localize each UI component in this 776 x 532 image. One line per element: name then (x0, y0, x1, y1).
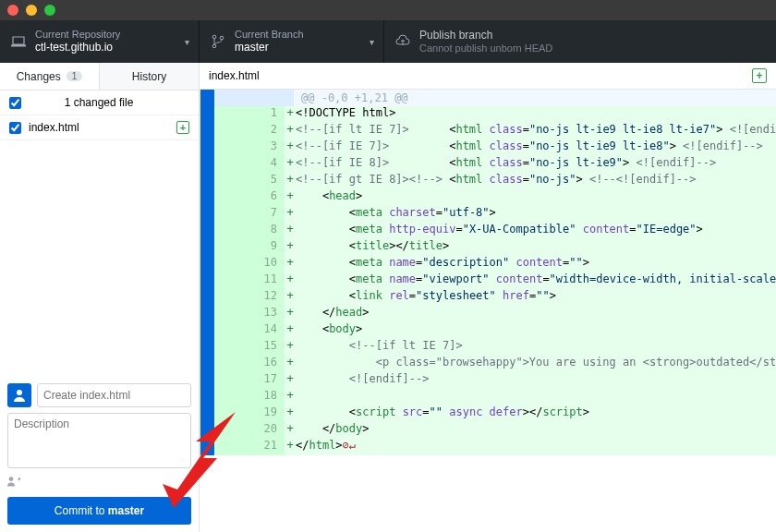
expand-diff-button[interactable]: + (752, 68, 767, 83)
diff-hunk-header: @@ -0,0 +1,21 @@ (214, 90, 776, 106)
tab-history-label: History (132, 70, 166, 83)
diff-line[interactable]: 15+ <!--[if lt IE 7]> (214, 339, 776, 356)
diff-line[interactable]: 3+<!--[if IE 7]> <html class="no-js lt-i… (214, 139, 776, 156)
chevron-down-icon: ▾ (185, 37, 189, 47)
cloud-upload-icon (395, 34, 410, 49)
commit-button-branch: master (108, 504, 144, 517)
publish-label: Publish branch (419, 29, 552, 42)
diff-line[interactable]: 9+ <title></title> (214, 239, 776, 256)
repository-switcher[interactable]: Current Repository ctl-test.github.io ▾ (0, 20, 200, 63)
diff-line[interactable]: 16+ <p class="browsehappy">You are using… (214, 356, 776, 372)
commit-summary-input[interactable] (37, 383, 191, 407)
window-titlebar (0, 0, 776, 20)
git-branch-icon (211, 34, 225, 49)
commit-button[interactable]: Commit to master (7, 497, 191, 525)
svg-point-2 (220, 36, 224, 40)
select-all-checkbox[interactable] (9, 97, 21, 109)
branch-label: Current Branch (235, 29, 304, 42)
changed-file-row[interactable]: index.html + (0, 115, 199, 140)
changes-count-badge: 1 (67, 71, 83, 81)
app-header: Current Repository ctl-test.github.io ▾ … (0, 20, 776, 63)
svg-point-3 (17, 390, 22, 395)
diff-line[interactable]: 6+ <head> (214, 189, 776, 206)
diff-line[interactable]: 5+<!--[if gt IE 8]><!--> <html class="no… (214, 173, 776, 189)
chevron-down-icon: ▾ (370, 37, 374, 47)
sidebar: Changes 1 History 1 changed file index.h… (0, 63, 200, 532)
svg-point-4 (9, 477, 14, 481)
diff-line[interactable]: 17+ <![endif]--> (214, 372, 776, 389)
diff-line[interactable]: 4+<!--[if IE 8]> <html class="no-js lt-i… (214, 156, 776, 173)
commit-button-prefix: Commit to (55, 504, 108, 517)
publish-branch-button[interactable]: Publish branch Cannot publish unborn HEA… (384, 20, 776, 63)
diff-line[interactable]: 11+ <meta name="viewport" content="width… (214, 272, 776, 289)
diff-line[interactable]: 14+ <body> (214, 322, 776, 339)
diff-line[interactable]: 21+</html>⊘↵ (214, 439, 776, 455)
tab-changes[interactable]: Changes 1 (0, 63, 99, 90)
diff-line[interactable]: 12+ <link rel="stylesheet" href=""> (214, 289, 776, 306)
laptop-icon (11, 34, 26, 49)
diff-scrollbar[interactable] (200, 90, 214, 455)
branch-name: master (235, 41, 304, 54)
diff-line[interactable]: 8+ <meta http-equiv="X-UA-Compatible" co… (214, 223, 776, 239)
diff-view[interactable]: @@ -0,0 +1,21 @@ 1+<!DOCTYPE html>2+<!--… (200, 90, 776, 532)
branch-switcher[interactable]: Current Branch master ▾ (200, 20, 384, 63)
tab-changes-label: Changes (17, 70, 61, 83)
repo-name: ctl-test.github.io (35, 41, 120, 54)
svg-point-0 (212, 35, 216, 39)
changed-files-header: 1 changed file (0, 91, 199, 115)
tab-history[interactable]: History (99, 63, 199, 90)
publish-sub: Cannot publish unborn HEAD (419, 42, 552, 55)
diff-line[interactable]: 2+<!--[if lt IE 7]> <html class="no-js l… (214, 123, 776, 139)
add-coauthor-button[interactable] (7, 474, 191, 491)
avatar (7, 383, 31, 407)
diff-panel: index.html + @@ -0,0 +1,21 @@ 1+<!DOCTYP… (200, 63, 776, 532)
maximize-window-button[interactable] (44, 5, 55, 16)
file-name: index.html (29, 121, 79, 134)
diff-line[interactable]: 1+<!DOCTYPE html> (214, 106, 776, 123)
diff-line[interactable]: 19+ <script src="" async defer></script> (214, 405, 776, 422)
changed-files-count: 1 changed file (65, 96, 134, 109)
added-file-icon: + (176, 121, 189, 134)
file-checkbox[interactable] (9, 122, 21, 134)
diff-line[interactable]: 18+ (214, 389, 776, 405)
diff-line[interactable]: 7+ <meta charset="utf-8"> (214, 206, 776, 223)
diff-line[interactable]: 10+ <meta name="description" content=""> (214, 256, 776, 272)
commit-form: Commit to master (0, 376, 199, 532)
diff-filename: index.html (209, 69, 260, 82)
close-window-button[interactable] (7, 5, 18, 16)
minimize-window-button[interactable] (26, 5, 37, 16)
commit-description-input[interactable] (7, 413, 191, 468)
repo-label: Current Repository (35, 29, 120, 42)
diff-line[interactable]: 20+ </body> (214, 422, 776, 439)
diff-line[interactable]: 13+ </head> (214, 306, 776, 322)
